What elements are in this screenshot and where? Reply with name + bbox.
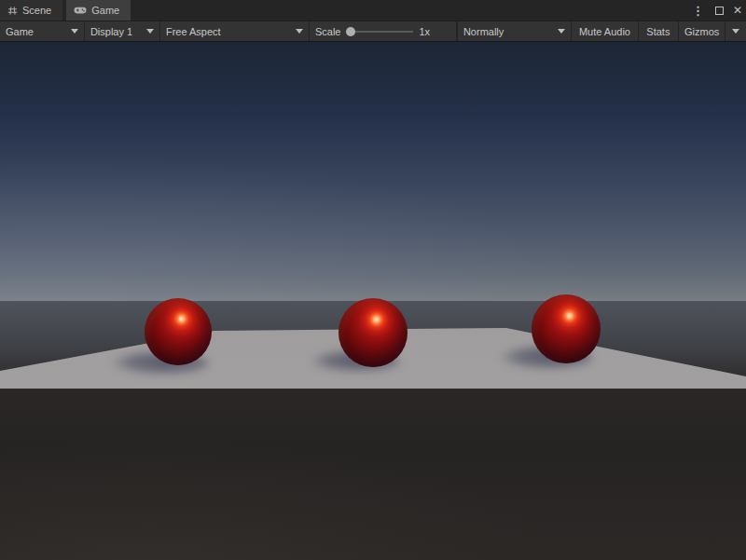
unity-game-panel: Scene Game ⋮ ✕ Game	[0, 0, 746, 560]
chevron-down-icon	[558, 29, 565, 34]
focus-mode-label: Normally	[463, 26, 504, 37]
stats-button[interactable]: Stats	[639, 21, 680, 41]
scale-control: Scale 1x	[310, 21, 457, 41]
window-controls: ⋮ ✕	[690, 0, 742, 20]
chevron-down-icon	[296, 29, 303, 34]
slider-knob[interactable]	[346, 27, 355, 36]
red-sphere	[145, 298, 212, 365]
sky-gradient	[0, 42, 746, 301]
kebab-menu-icon[interactable]: ⋮	[690, 5, 706, 17]
tab-scene[interactable]: Scene	[0, 0, 62, 20]
display-label: Display 1	[90, 26, 132, 37]
display-target-label: Game	[6, 26, 34, 37]
scale-value: 1x	[419, 26, 430, 37]
red-sphere	[532, 294, 601, 363]
scale-slider[interactable]	[346, 25, 413, 38]
tab-bar: Scene Game ⋮ ✕	[0, 0, 746, 20]
display-target-dropdown[interactable]: Game	[0, 21, 85, 41]
mute-audio-button[interactable]: Mute Audio	[572, 21, 638, 41]
game-view-toolbar: Game Display 1 Free Aspect Scale 1x Norm…	[0, 20, 746, 42]
gizmos-label: Gizmos	[684, 26, 719, 37]
grid-icon	[7, 6, 18, 16]
stats-label: Stats	[646, 26, 670, 37]
close-icon[interactable]: ✕	[733, 5, 742, 16]
scale-label: Scale	[315, 26, 341, 37]
game-viewport[interactable]	[0, 42, 746, 560]
chevron-down-icon	[71, 29, 78, 34]
tab-scene-label: Scene	[22, 5, 51, 16]
aspect-ratio-dropdown[interactable]: Free Aspect	[160, 21, 310, 41]
gizmos-dropdown-arrow[interactable]	[725, 21, 746, 41]
slider-track	[350, 31, 413, 33]
tab-game-label: Game	[91, 5, 119, 16]
gizmos-button[interactable]: Gizmos	[679, 21, 725, 41]
maximize-icon[interactable]	[715, 7, 724, 15]
tab-game[interactable]: Game	[66, 0, 131, 20]
display-dropdown[interactable]: Display 1	[85, 21, 160, 41]
aspect-label: Free Aspect	[166, 26, 221, 37]
focus-mode-dropdown[interactable]: Normally	[458, 21, 572, 41]
chevron-down-icon	[146, 29, 154, 34]
gamepad-icon	[74, 6, 87, 15]
red-sphere	[338, 298, 408, 367]
chevron-down-icon	[732, 29, 739, 34]
mute-audio-label: Mute Audio	[579, 26, 630, 37]
